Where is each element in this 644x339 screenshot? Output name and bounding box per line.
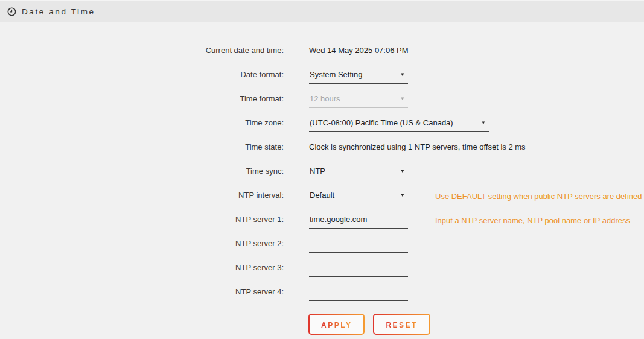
ntp-server-2-input[interactable] xyxy=(309,239,408,253)
chevron-down-icon: ▼ xyxy=(400,168,406,174)
field-row-time-state: Time state: Clock is synchronized using … xyxy=(0,135,644,159)
field-row-ntp-server-1: NTP server 1: Input a NTP server name, N… xyxy=(0,207,644,231)
ntp-server-3-input[interactable] xyxy=(309,263,408,277)
time-sync-label: Time sync: xyxy=(0,166,284,176)
ntp-server-hint: Input a NTP server name, NTP pool name o… xyxy=(435,216,630,225)
time-state-value: Clock is synchronized using 1 NTP server… xyxy=(309,142,526,151)
ntp-server-2-label: NTP server 2: xyxy=(0,239,284,248)
panel-title: Date and Time xyxy=(22,7,95,16)
reset-button[interactable]: RESET xyxy=(373,314,430,335)
time-format-selected-value: 12 hours xyxy=(310,94,340,103)
field-row-ntp-interval: NTP interval: Default ▼ Use DEFAULT sett… xyxy=(0,183,644,207)
field-row-ntp-server-2: NTP server 2: xyxy=(0,231,644,255)
date-format-selected-value: System Setting xyxy=(310,70,362,79)
chevron-down-icon: ▼ xyxy=(400,192,406,198)
reset-button-label: RESET xyxy=(386,321,418,329)
current-datetime-label: Current date and time: xyxy=(0,46,284,55)
time-sync-selected-value: NTP xyxy=(310,166,325,176)
panel-header: Date and Time xyxy=(0,0,644,22)
time-state-label: Time state: xyxy=(0,142,284,151)
clock-icon xyxy=(7,7,16,16)
chevron-down-icon: ▼ xyxy=(400,72,406,77)
date-format-select[interactable]: System Setting ▼ xyxy=(309,70,408,84)
ntp-server-4-input[interactable] xyxy=(309,287,408,301)
time-zone-label: Time zone: xyxy=(0,118,284,127)
field-row-date-format: Date format: System Setting ▼ xyxy=(0,62,644,86)
chevron-down-icon: ▼ xyxy=(400,96,406,101)
apply-button-label: APPLY xyxy=(321,321,352,329)
time-sync-select[interactable]: NTP ▼ xyxy=(309,166,408,180)
field-row-time-format: Time format: 12 hours ▼ xyxy=(0,86,644,110)
ntp-server-1-input[interactable] xyxy=(309,215,408,229)
ntp-interval-select[interactable]: Default ▼ xyxy=(309,191,408,204)
ntp-interval-hint: Use DEFAULT setting when public NTP serv… xyxy=(435,192,642,201)
date-format-label: Date format: xyxy=(0,70,284,79)
apply-button[interactable]: APPLY xyxy=(308,314,365,335)
ntp-server-3-label: NTP server 3: xyxy=(0,263,284,272)
ntp-server-4-label: NTP server 4: xyxy=(0,287,284,296)
ntp-interval-selected-value: Default xyxy=(310,191,334,200)
time-format-label: Time format: xyxy=(0,94,284,103)
ntp-interval-label: NTP interval: xyxy=(0,191,284,200)
date-time-form: Current date and time: Wed 14 May 2025 0… xyxy=(0,22,644,335)
chevron-down-icon: ▼ xyxy=(481,120,486,125)
form-buttons-row: APPLY RESET xyxy=(0,314,644,335)
time-format-select: 12 hours ▼ xyxy=(309,94,408,108)
field-row-ntp-server-3: NTP server 3: xyxy=(0,255,644,279)
ntp-server-1-label: NTP server 1: xyxy=(0,215,284,224)
field-row-time-zone: Time zone: (UTC-08:00) Pacific Time (US … xyxy=(0,110,644,135)
field-row-ntp-server-4: NTP server 4: xyxy=(0,279,644,303)
time-zone-selected-value: (UTC-08:00) Pacific Time (US & Canada) xyxy=(310,118,453,127)
field-row-current-datetime: Current date and time: Wed 14 May 2025 0… xyxy=(0,38,644,62)
time-zone-select[interactable]: (UTC-08:00) Pacific Time (US & Canada) ▼ xyxy=(309,118,489,132)
current-datetime-value: Wed 14 May 2025 07:06 PM xyxy=(309,46,409,55)
field-row-time-sync: Time sync: NTP ▼ xyxy=(0,159,644,183)
